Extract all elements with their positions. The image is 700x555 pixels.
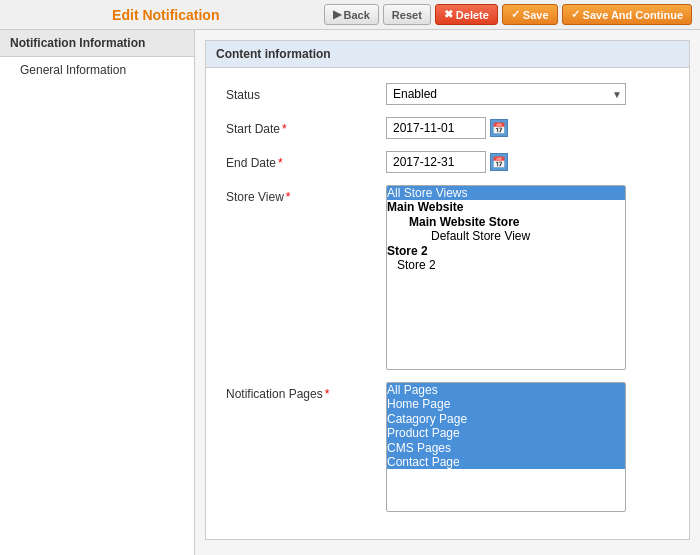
status-select-wrapper: Enabled Disabled ▼ — [386, 83, 626, 105]
back-button[interactable]: ▶ Back — [324, 4, 379, 25]
status-label: Status — [226, 83, 386, 102]
start-date-input[interactable] — [386, 117, 486, 139]
save-button[interactable]: ✓ Save — [502, 4, 558, 25]
store-view-row: Store View* All Store Views Main Website… — [226, 185, 669, 370]
section-title: Content information — [206, 41, 689, 68]
sidebar-header: Notification Information — [0, 30, 194, 57]
store-view-label: Store View* — [226, 185, 386, 204]
start-date-row-inner: 📅 — [386, 117, 669, 139]
sidebar: Notification Information General Informa… — [0, 30, 195, 555]
save-continue-icon: ✓ — [571, 8, 580, 21]
page-title: Edit Notification — [8, 7, 324, 23]
main-content: Content information Status Enabled Disab… — [195, 30, 700, 555]
start-date-row: Start Date* 📅 — [226, 117, 669, 139]
end-date-calendar-icon[interactable]: 📅 — [490, 153, 508, 171]
section-body: Status Enabled Disabled ▼ — [206, 68, 689, 539]
reset-button[interactable]: Reset — [383, 4, 431, 25]
store-view-listbox[interactable]: All Store Views Main Website Main Websit… — [386, 185, 626, 370]
back-icon: ▶ — [333, 8, 341, 21]
notification-pages-label: Notification Pages* — [226, 382, 386, 401]
notification-pages-listbox[interactable]: All Pages Home Page Catagory Page Produc… — [386, 382, 626, 512]
sidebar-item-general[interactable]: General Information — [0, 57, 194, 83]
status-row: Status Enabled Disabled ▼ — [226, 83, 669, 105]
status-select[interactable]: Enabled Disabled — [386, 83, 626, 105]
end-date-input[interactable] — [386, 151, 486, 173]
status-control: Enabled Disabled ▼ — [386, 83, 669, 105]
end-date-label: End Date* — [226, 151, 386, 170]
notification-pages-control: All Pages Home Page Catagory Page Produc… — [386, 382, 669, 512]
save-continue-button[interactable]: ✓ Save And Continue — [562, 4, 692, 25]
store-view-control: All Store Views Main Website Main Websit… — [386, 185, 669, 370]
end-date-row: End Date* 📅 — [226, 151, 669, 173]
start-date-control: 📅 — [386, 117, 669, 139]
content-section: Content information Status Enabled Disab… — [205, 40, 690, 540]
end-date-row-inner: 📅 — [386, 151, 669, 173]
delete-button[interactable]: ✖ Delete — [435, 4, 498, 25]
header-buttons: ▶ Back Reset ✖ Delete ✓ Save ✓ Save And … — [324, 4, 692, 25]
header-bar: Edit Notification ▶ Back Reset ✖ Delete … — [0, 0, 700, 30]
notification-pages-row: Notification Pages* All Pages Home Page … — [226, 382, 669, 512]
start-date-calendar-icon[interactable]: 📅 — [490, 119, 508, 137]
delete-icon: ✖ — [444, 8, 453, 21]
save-icon: ✓ — [511, 8, 520, 21]
main-layout: Notification Information General Informa… — [0, 30, 700, 555]
end-date-control: 📅 — [386, 151, 669, 173]
start-date-label: Start Date* — [226, 117, 386, 136]
